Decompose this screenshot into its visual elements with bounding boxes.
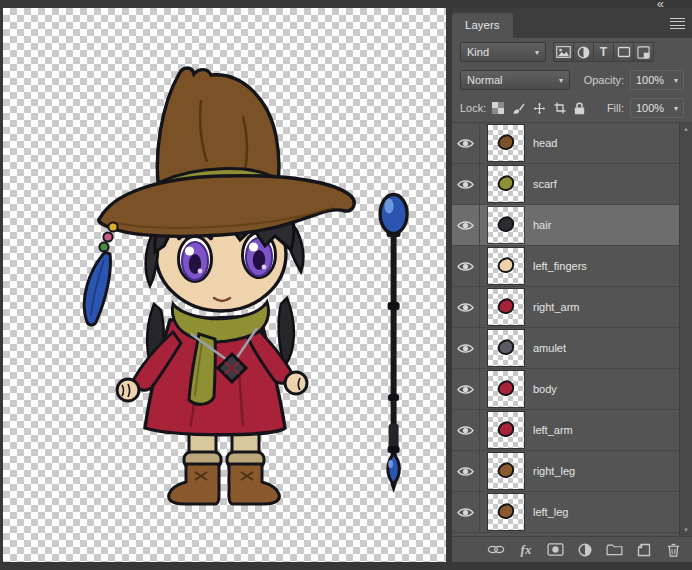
new-layer-icon <box>637 543 651 557</box>
visibility-toggle[interactable] <box>452 287 480 327</box>
fx-icon: fx <box>521 542 532 558</box>
eye-icon <box>457 507 474 518</box>
layer-thumbnail[interactable] <box>488 371 524 407</box>
lock-row: Lock: Fill: 100% <box>452 94 692 122</box>
link-layers-button[interactable] <box>487 545 505 554</box>
lock-label: Lock: <box>460 102 486 114</box>
visibility-toggle[interactable] <box>452 164 480 204</box>
layer-row[interactable]: body <box>452 369 679 410</box>
new-adjustment-layer-button[interactable] <box>577 543 593 557</box>
thumb-blob <box>499 135 513 149</box>
eye-icon <box>457 466 474 477</box>
eye-icon <box>457 179 474 190</box>
visibility-toggle[interactable] <box>452 328 480 368</box>
layer-name: right_leg <box>533 465 575 477</box>
layer-thumbnail[interactable] <box>488 289 524 325</box>
layer-thumbnail[interactable] <box>488 207 524 243</box>
pixel-layer-filter-button[interactable] <box>553 42 574 62</box>
visibility-toggle[interactable] <box>452 205 480 245</box>
add-layer-mask-button[interactable] <box>547 543 564 556</box>
opacity-label: Opacity: <box>584 74 624 86</box>
checkerboard-icon <box>492 102 504 114</box>
eye-icon <box>457 302 474 313</box>
visibility-toggle[interactable] <box>452 369 480 409</box>
layer-row[interactable]: right_arm <box>452 287 679 328</box>
blend-mode-dropdown[interactable]: Normal ▾ <box>460 70 570 90</box>
move-icon <box>533 102 546 115</box>
layer-name: head <box>533 137 557 149</box>
layer-thumbnail[interactable] <box>488 248 524 284</box>
thumb-blob <box>499 299 513 313</box>
layer-name: left_arm <box>533 424 573 436</box>
adjustment-layer-filter-button[interactable] <box>573 42 594 62</box>
filter-row: Kind ▾ T <box>452 38 692 66</box>
layer-row[interactable]: amulet <box>452 328 679 369</box>
visibility-toggle[interactable] <box>452 246 480 286</box>
visibility-toggle[interactable] <box>452 123 480 163</box>
layer-thumbnail[interactable] <box>488 453 524 489</box>
document-canvas[interactable] <box>3 8 446 562</box>
kind-filter-dropdown[interactable]: Kind ▾ <box>460 42 546 62</box>
lock-transparency-button[interactable] <box>492 102 504 114</box>
shape-layer-filter-button[interactable] <box>613 42 634 62</box>
layer-row[interactable]: hair <box>452 205 679 246</box>
collapse-panels-icon[interactable]: « <box>657 0 664 10</box>
visibility-toggle[interactable] <box>452 410 480 450</box>
lock-pixels-button[interactable] <box>512 102 525 115</box>
layers-list: head scarf hair <box>452 123 679 536</box>
character-artwork <box>3 8 446 562</box>
layer-name: right_arm <box>533 301 579 313</box>
layer-name: body <box>533 383 557 395</box>
delete-layer-button[interactable] <box>665 543 681 557</box>
layer-row[interactable]: right_leg <box>452 451 679 492</box>
opacity-input[interactable]: 100% ▾ <box>630 70 684 90</box>
thumb-blob <box>499 258 513 272</box>
kind-filter-value: Kind <box>467 46 489 58</box>
eye-icon <box>457 343 474 354</box>
brush-icon <box>512 102 525 115</box>
fill-input[interactable]: 100% ▾ <box>630 98 684 118</box>
layer-name: amulet <box>533 342 566 354</box>
layer-filter-icons: T <box>554 42 654 62</box>
new-group-button[interactable] <box>606 544 623 556</box>
thumb-blob <box>499 422 513 436</box>
trash-icon <box>667 543 680 557</box>
lock-artboard-button[interactable] <box>554 102 566 114</box>
layer-thumbnail[interactable] <box>488 330 524 366</box>
eye-icon <box>457 138 474 149</box>
link-icon <box>487 545 505 554</box>
layer-style-button[interactable]: fx <box>518 542 534 558</box>
layer-row[interactable]: head <box>452 123 679 164</box>
thumb-blob <box>499 504 513 518</box>
staff-art <box>380 195 407 494</box>
scroll-up-icon[interactable]: ▲ <box>680 126 692 132</box>
layer-thumbnail[interactable] <box>488 412 524 448</box>
smart-object-filter-button[interactable] <box>633 42 654 62</box>
lock-position-button[interactable] <box>533 102 546 115</box>
layers-scrollbar[interactable]: ▲ ▼ <box>679 123 692 536</box>
layer-thumbnail[interactable] <box>488 494 524 530</box>
smart-object-icon <box>637 46 650 59</box>
layer-row[interactable]: left_arm <box>452 410 679 451</box>
layer-row[interactable]: left_leg <box>452 492 679 533</box>
layer-row[interactable]: scarf <box>452 164 679 205</box>
visibility-toggle[interactable] <box>452 492 480 532</box>
layer-thumbnail[interactable] <box>488 166 524 202</box>
tab-layers[interactable]: Layers <box>452 13 513 38</box>
thumb-blob <box>499 217 513 231</box>
type-layer-filter-button[interactable]: T <box>593 42 614 62</box>
fill-value: 100% <box>636 102 664 114</box>
layer-name: left_leg <box>533 506 568 518</box>
layer-thumbnail[interactable] <box>488 125 524 161</box>
folder-icon <box>606 544 623 556</box>
opacity-value: 100% <box>636 74 664 86</box>
lock-all-button[interactable] <box>574 102 585 115</box>
visibility-toggle[interactable] <box>452 451 480 491</box>
layer-row[interactable]: left_fingers <box>452 246 679 287</box>
eye-icon <box>457 261 474 272</box>
fill-label: Fill: <box>607 102 624 114</box>
new-layer-button[interactable] <box>636 543 652 557</box>
scroll-down-icon[interactable]: ▼ <box>680 527 692 533</box>
panel-menu-icon[interactable] <box>670 18 685 29</box>
blend-row: Normal ▾ Opacity: 100% ▾ <box>452 66 692 94</box>
